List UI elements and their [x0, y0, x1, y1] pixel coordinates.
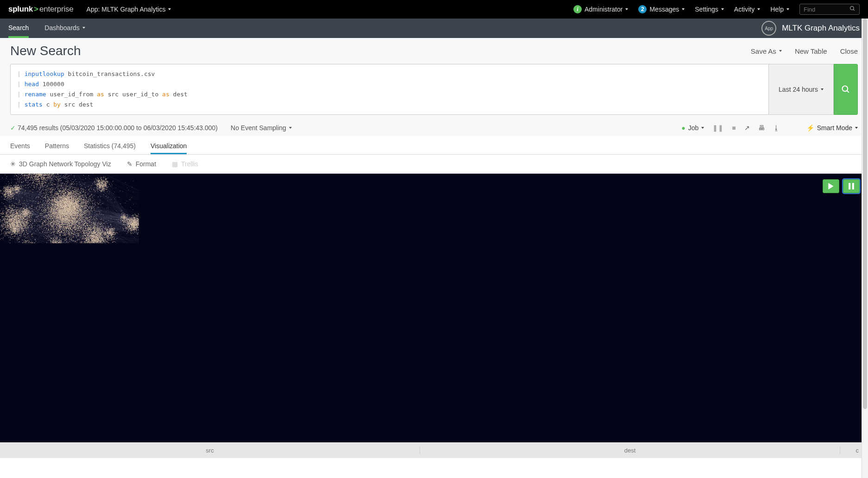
share-icon[interactable]: ↗: [744, 124, 750, 132]
format-label: Format: [136, 160, 156, 168]
svg-marker-4: [828, 183, 833, 189]
messages-label: Messages: [649, 6, 679, 13]
activity-label: Activity: [734, 6, 755, 13]
save-as-label: Save As: [751, 47, 776, 55]
scrollbar-thumb[interactable]: [863, 19, 867, 409]
results-bar: ✓74,495 results (05/03/2020 15:00:00.000…: [0, 120, 868, 136]
viz-type-picker[interactable]: ✳ 3D Graph Network Topology Viz: [10, 160, 111, 168]
info-circle-icon: ●: [681, 124, 685, 132]
results-right: ● Job ❚❚ ■ ↗ 🖶 ⭳ ⚡ Smart Mode: [681, 124, 858, 132]
viz-area[interactable]: [0, 174, 868, 442]
caret-down-icon: [855, 127, 858, 129]
help-label: Help: [770, 6, 784, 13]
topbar-right: i Administrator 2 Messages Settings Acti…: [573, 4, 860, 15]
app-selector[interactable]: App: MLTK Graph Analytics: [87, 6, 171, 13]
find-input[interactable]: [804, 6, 845, 13]
tabs-bar: Events Patterns Statistics (74,495) Visu…: [0, 136, 868, 155]
app-selector-label: App: MLTK Graph Analytics: [87, 6, 166, 13]
admin-label: Administrator: [585, 6, 623, 13]
messages-badge: 2: [638, 5, 647, 13]
format-button[interactable]: ✎ Format: [127, 160, 156, 168]
footer-col-dest[interactable]: dest: [420, 447, 840, 454]
topbar: splunk > enterprise App: MLTK Graph Anal…: [0, 0, 868, 19]
svg-point-2: [843, 86, 848, 92]
tab-statistics[interactable]: Statistics (74,495): [84, 142, 136, 154]
trellis-button: ▦ Trellis: [172, 160, 198, 168]
close-label: Close: [840, 47, 858, 55]
play-icon: [828, 183, 834, 189]
viz-type-label: 3D Graph Network Topology Viz: [19, 160, 111, 168]
pause-icon: [849, 183, 854, 189]
search-icon: [841, 85, 850, 94]
title-actions: Save As New Table Close: [751, 47, 858, 55]
tab-visualization[interactable]: Visualization: [151, 142, 187, 154]
caret-down-icon: [625, 8, 628, 10]
navbar-right: App MLTK Graph Analytics: [761, 21, 860, 36]
caret-down-icon: [757, 8, 760, 10]
play-button[interactable]: [823, 179, 839, 193]
time-picker[interactable]: Last 24 hours: [769, 64, 834, 115]
tab-events[interactable]: Events: [10, 142, 30, 154]
job-menu[interactable]: ● Job: [681, 124, 704, 132]
tab-patterns[interactable]: Patterns: [45, 142, 69, 154]
time-picker-label: Last 24 hours: [779, 86, 818, 93]
viz-controls: ✳ 3D Graph Network Topology Viz ✎ Format…: [0, 155, 868, 174]
trellis-label: Trellis: [181, 160, 198, 168]
caret-down-icon: [289, 127, 292, 129]
viz-type-icon: ✳: [10, 160, 16, 168]
export-icon[interactable]: ⭳: [773, 124, 780, 132]
print-icon[interactable]: 🖶: [758, 124, 765, 132]
brand-part1: splunk: [8, 5, 33, 14]
svg-point-0: [850, 6, 854, 10]
help-menu[interactable]: Help: [770, 6, 789, 13]
pause-button[interactable]: [843, 179, 860, 193]
search-mode[interactable]: ⚡ Smart Mode: [806, 124, 858, 132]
brand-logo[interactable]: splunk > enterprise: [8, 5, 74, 14]
svg-rect-5: [849, 183, 850, 189]
caret-down-icon: [821, 88, 824, 90]
query-line: | rename user_id_from as src user_id_to …: [17, 89, 762, 100]
app-icon[interactable]: App: [761, 21, 776, 36]
nav-search-label: Search: [8, 24, 29, 31]
find-box[interactable]: [799, 4, 860, 15]
new-table-button[interactable]: New Table: [795, 47, 827, 55]
results-summary: ✓74,495 results (05/03/2020 15:00:00.000…: [10, 124, 218, 132]
close-button[interactable]: Close: [840, 47, 858, 55]
save-as-button[interactable]: Save As: [751, 47, 782, 55]
brand-part2: enterprise: [39, 5, 74, 14]
pause-job-icon[interactable]: ❚❚: [712, 124, 723, 132]
stop-job-icon[interactable]: ■: [732, 124, 736, 132]
brush-icon: ✎: [127, 160, 132, 168]
svg-line-1: [853, 9, 855, 11]
page-title: New Search: [10, 44, 81, 58]
scrollbar[interactable]: [862, 19, 868, 478]
query-line: | stats c by src dest: [17, 100, 762, 110]
brand-chevron: >: [34, 5, 38, 14]
settings-menu[interactable]: Settings: [695, 6, 724, 13]
settings-label: Settings: [695, 6, 718, 13]
admin-menu[interactable]: i Administrator: [573, 5, 628, 13]
nav-dashboards[interactable]: Dashboards: [44, 24, 85, 32]
footer-col-src[interactable]: src: [0, 447, 420, 454]
event-sampling[interactable]: No Event Sampling: [231, 124, 292, 132]
viz-buttons: [823, 179, 860, 193]
new-table-label: New Table: [795, 47, 827, 55]
search-button[interactable]: [834, 64, 858, 115]
activity-menu[interactable]: Activity: [734, 6, 760, 13]
check-icon: ✓: [10, 124, 16, 132]
query-line: | head 100000: [17, 79, 762, 89]
graph-canvas[interactable]: [0, 174, 139, 243]
caret-down-icon: [682, 8, 685, 10]
nav-search[interactable]: Search: [8, 24, 29, 32]
messages-menu[interactable]: 2 Messages: [638, 5, 685, 13]
caret-down-icon: [779, 50, 782, 52]
app-icon-label: App: [765, 26, 773, 31]
nav-dashboards-label: Dashboards: [44, 24, 80, 31]
bolt-icon: ⚡: [806, 124, 814, 132]
query-editor[interactable]: | inputlookup bitcoin_transactions.csv |…: [10, 64, 769, 115]
caret-down-icon: [701, 127, 704, 129]
caret-down-icon: [82, 27, 85, 29]
navbar: Search Dashboards App MLTK Graph Analyti…: [0, 19, 868, 38]
search-row: | inputlookup bitcoin_transactions.csv |…: [10, 64, 858, 115]
footer-columns: src dest c: [0, 442, 868, 458]
